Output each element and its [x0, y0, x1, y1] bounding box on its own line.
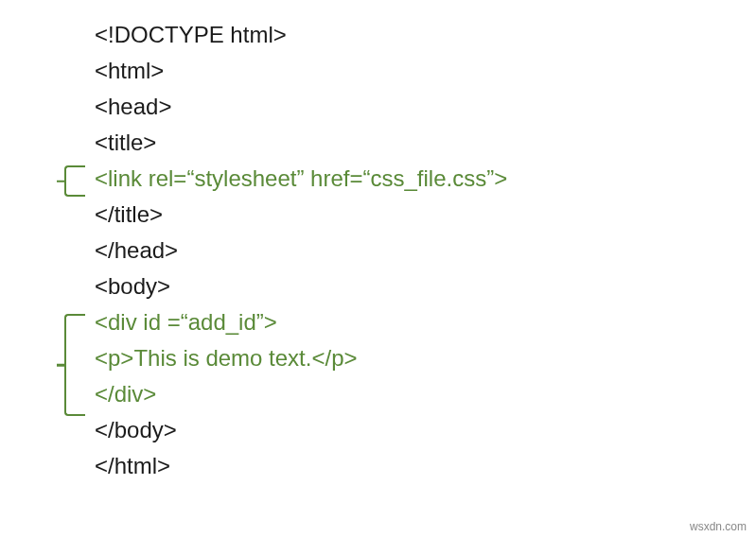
bracket-annotation-2: [64, 314, 85, 416]
code-line-11-highlighted: </div>: [95, 376, 756, 412]
code-line-7: </head>: [95, 233, 756, 268]
code-line-5-highlighted: <link rel=“stylesheet” href=“css_file.cs…: [95, 161, 756, 197]
code-line-13: </html>: [95, 448, 756, 484]
watermark: wsxdn.com: [690, 520, 747, 533]
bracket-annotation-1: [64, 165, 85, 197]
code-line-1: <!DOCTYPE html>: [95, 17, 756, 53]
code-line-10-highlighted: <p>This is demo text.</p>: [95, 340, 756, 376]
code-block: <!DOCTYPE html> <html> <head> <title> <l…: [0, 17, 756, 484]
code-line-2: <html>: [95, 53, 756, 89]
code-line-3: <head>: [95, 89, 756, 125]
code-line-9-highlighted: <div id =“add_id”>: [95, 304, 756, 340]
code-line-12: </body>: [95, 412, 756, 448]
code-line-8: <body>: [95, 268, 756, 304]
code-line-4: <title>: [95, 125, 756, 161]
code-line-6: </title>: [95, 197, 756, 233]
